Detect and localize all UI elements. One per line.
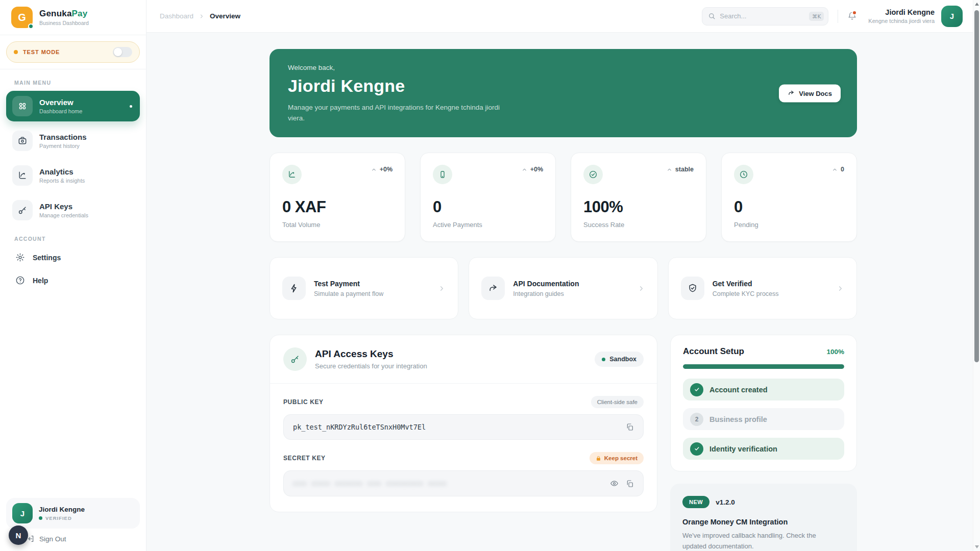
view-docs-label: View Docs: [799, 89, 832, 97]
notifications-button[interactable]: [847, 11, 857, 21]
sidebar-item-sublabel: Dashboard home: [39, 108, 82, 114]
sidebar-item-help[interactable]: Help: [8, 270, 138, 291]
client-side-safe-badge: Client-side safe: [591, 396, 644, 408]
avatar[interactable]: J: [941, 6, 963, 27]
chart-spline-icon: [17, 170, 28, 181]
sidebar-item-label: Transactions: [39, 133, 87, 141]
brand-logo: G: [11, 7, 33, 28]
account-setup-card: Account Setup 100%: [670, 335, 857, 471]
api-access-keys-card: API Access Keys Secure credentials for y…: [270, 335, 657, 512]
setup-progress-track: [683, 364, 844, 369]
quick-action-subtitle: Simulate a payment flow: [314, 290, 383, 297]
grid-icon: [17, 101, 28, 111]
breadcrumb-parent[interactable]: Dashboard: [160, 12, 193, 20]
sidebar-item-sublabel: Reports & insights: [39, 178, 85, 184]
sidebar-item-transactions[interactable]: Transactions Payment history: [6, 126, 140, 156]
quick-action-title: Test Payment: [314, 280, 383, 288]
sidebar: G GenukaPay Business Dashboard TEST MODE…: [0, 0, 146, 551]
account-setup-title: Account Setup: [683, 346, 744, 357]
chevron-right-icon: [199, 13, 205, 19]
secret-key-label: SECRET KEY: [283, 455, 326, 462]
scrollbar-down-arrow[interactable]: [975, 545, 979, 548]
test-mode-dot: [14, 50, 18, 54]
chevron-up-icon: [832, 167, 838, 172]
chevron-up-icon: [522, 167, 527, 172]
sidebar-item-label: Help: [33, 277, 48, 285]
search-input[interactable]: [720, 12, 805, 20]
sidebar-item-overview[interactable]: Overview Dashboard home: [6, 91, 140, 121]
api-keys-title: API Access Keys: [315, 348, 427, 360]
scrollbar-thumb[interactable]: [974, 10, 979, 362]
page-scrollbar[interactable]: [973, 0, 980, 551]
test-payment-card[interactable]: Test Payment Simulate a payment flow: [270, 257, 458, 319]
stat-value: 100%: [583, 198, 694, 216]
api-keys-subtitle: Secure credentials for your integration: [315, 362, 427, 370]
header-user-subtitle: Kengne tchinda jiordi viera: [868, 18, 935, 24]
main-area: Dashboard Overview ⌘K: [146, 0, 980, 551]
keep-secret-badge: Keep secret: [590, 452, 644, 464]
wallet-icon: [17, 136, 28, 146]
view-docs-button[interactable]: View Docs: [779, 84, 841, 102]
sidebar-item-label: Analytics: [39, 167, 85, 176]
sidebar-item-settings[interactable]: Settings: [8, 247, 138, 268]
key-icon: [283, 347, 307, 371]
active-indicator-dot: [130, 105, 132, 108]
verified-dot: [39, 516, 42, 520]
toggle-knob: [114, 48, 122, 56]
brand-name-accent: Pay: [72, 9, 88, 18]
sign-out-label: Sign Out: [39, 535, 66, 543]
whats-new-description: We've improved callback handling. Check …: [682, 531, 836, 551]
api-documentation-card[interactable]: API Documentation Integration guides: [469, 257, 657, 319]
stat-trend-value: stable: [675, 166, 694, 173]
verified-badge: VERIFIED: [45, 515, 72, 521]
banner-user-name: Jiordi Kengne: [288, 76, 839, 96]
chevron-right-icon: [837, 285, 844, 292]
floating-widget-button[interactable]: N: [9, 525, 28, 545]
stat-trend-value: +0%: [530, 166, 543, 173]
stat-label: Active Payments: [433, 221, 543, 229]
step-number-badge: 2: [690, 413, 703, 426]
sidebar-user-card[interactable]: J Jiordi Kengne VERIFIED: [6, 498, 140, 529]
main-menu-heading: MAIN MENU: [0, 69, 146, 91]
setup-step-label: Business profile: [709, 415, 767, 423]
brand-status-dot: [28, 23, 34, 29]
stat-label: Total Volume: [282, 221, 393, 229]
get-verified-card[interactable]: Get Verified Complete KYC process: [668, 257, 857, 319]
test-mode-toggle[interactable]: [113, 47, 132, 57]
chart-line-icon: [282, 165, 302, 184]
public-key-value: pk_test_nKRDYzRul6teTSnxH0Mvt7El: [293, 423, 426, 431]
smartphone-icon: [433, 165, 452, 184]
header-user-name: Jiordi Kengne: [868, 8, 935, 16]
chevron-up-icon: [371, 167, 377, 172]
share-arrow-icon: [788, 90, 795, 97]
copy-icon[interactable]: [626, 423, 634, 431]
page-content: Welcome back, Jiordi Kengne Manage your …: [146, 33, 980, 551]
copy-icon[interactable]: [626, 480, 634, 488]
stat-trend-value: +0%: [380, 166, 393, 173]
sandbox-dot: [602, 358, 605, 361]
topbar: Dashboard Overview ⌘K: [146, 0, 980, 33]
eye-icon[interactable]: [610, 479, 619, 488]
quick-actions-row: Test Payment Simulate a payment flow API: [270, 257, 857, 319]
stat-value: 0: [433, 198, 543, 216]
shield-check-icon: [681, 277, 704, 300]
check-circle-icon: [583, 165, 603, 184]
gear-icon: [15, 253, 25, 262]
sidebar-item-api-keys[interactable]: API Keys Manage credentials: [6, 195, 140, 226]
environment-badge: Sandbox: [595, 352, 644, 367]
breadcrumb-current: Overview: [210, 12, 240, 20]
stat-trend-value: 0: [841, 166, 844, 173]
version-label: v1.2.0: [716, 498, 735, 506]
clock-icon: [734, 165, 753, 184]
public-key-field: pk_test_nKRDYzRul6teTSnxH0Mvt7El: [283, 414, 644, 440]
search-box[interactable]: ⌘K: [702, 7, 828, 26]
scrollbar-up-arrow[interactable]: [975, 3, 979, 6]
brand-name-primary: Genuka: [39, 9, 72, 18]
brand-name: GenukaPay: [39, 9, 89, 19]
user-name: Jiordi Kengne: [39, 506, 85, 513]
setup-step-business-profile: 2 Business profile: [683, 408, 844, 430]
account-heading: ACCOUNT: [0, 226, 146, 247]
check-circle-icon: [690, 442, 703, 456]
sidebar-item-analytics[interactable]: Analytics Reports & insights: [6, 160, 140, 191]
help-circle-icon: [15, 276, 25, 285]
